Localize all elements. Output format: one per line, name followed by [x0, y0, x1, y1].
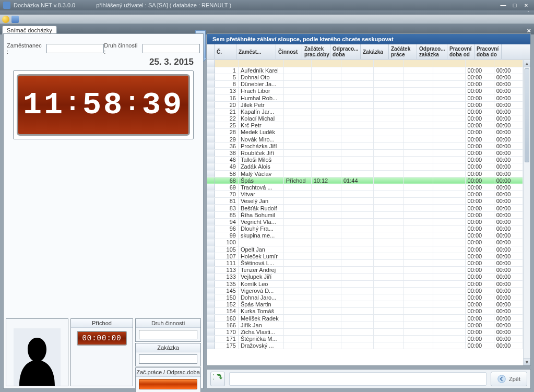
druh-cinnosti-field[interactable] [139, 330, 197, 339]
clock-display: 11:58:39 [13, 70, 194, 139]
grid-panel: Sem přetáhněte záhlaví sloupce, podle kt… [207, 33, 531, 366]
maximize-button[interactable]: □ [510, 2, 519, 9]
table-row[interactable]: 152Špás Martin00:0000:00 [207, 301, 523, 308]
table-row[interactable]: 145Vigerová D...00:0000:00 [207, 287, 523, 294]
clock-seconds: 39 [142, 87, 184, 123]
column-headers: Č. Zaměst... Činnost Začátek prac.doby O… [207, 44, 530, 60]
status-field [229, 372, 486, 386]
table-row[interactable]: 29Novák Miro...00:0000:00 [207, 136, 523, 142]
refresh-icon [213, 374, 222, 384]
table-row[interactable]: 68ŠpásPříchod10:1201:4400:0000:00 [207, 177, 523, 184]
toolbar-button-1[interactable] [2, 16, 9, 23]
employee-input[interactable] [46, 44, 104, 53]
table-row[interactable]: 21Kapalín Jar...00:0000:00 [207, 108, 523, 115]
col-worked-order[interactable]: Odpraco... zakázka [417, 44, 447, 59]
table-row[interactable]: 25Krč Petr00:0000:00 [207, 122, 523, 129]
col-work-start[interactable]: Začátek práce [389, 44, 417, 59]
col-employee[interactable]: Zaměst... [236, 44, 276, 59]
clock-hours: 11 [23, 87, 65, 123]
clock-minutes: 58 [82, 87, 124, 123]
user-info: přihlášený uživatel : SA [SA] ( databáze… [96, 2, 231, 8]
col-start-work[interactable]: Začátek prac.doby [302, 44, 330, 59]
table-row[interactable]: 107Holeček Lumír00:0000:00 [207, 253, 523, 259]
bottom-action-bar: Zpět [207, 369, 531, 389]
employee-photo [6, 318, 68, 386]
table-row[interactable]: 83Bešťák Rudolf00:0000:00 [207, 205, 523, 211]
col-number[interactable]: Č. [215, 44, 236, 59]
col-worked-time[interactable]: Odpraco... doba [330, 44, 361, 59]
zakazka-header: Zakázka [136, 343, 200, 352]
col-order[interactable]: Zakázka [361, 44, 389, 59]
table-row[interactable]: 171Štěpnička M...00:0000:00 [207, 336, 523, 342]
table-row[interactable]: 8Dünebier Ja...00:0000:00 [207, 81, 523, 88]
back-icon [497, 375, 506, 383]
minimize-button[interactable]: ― [499, 2, 508, 9]
app-title: Docházka.NET v.8.3.0.0 [14, 2, 75, 8]
left-panel: Zaměstnanec : Druh činnosti : 25. 3. 201… [3, 33, 204, 389]
table-row[interactable]: 135Komík Leo00:0000:00 [207, 280, 523, 287]
svg-point-1 [498, 375, 505, 383]
table-row[interactable]: 175Dražovský ...00:0000:00 [207, 342, 523, 349]
table-row[interactable]: 96Dlouhý Fra...00:0000:00 [207, 225, 523, 232]
table-row[interactable]: 20Jílek Petr00:0000:00 [207, 101, 523, 108]
table-row[interactable]: 10000:0000:00 [207, 239, 523, 246]
table-row[interactable]: 16Humhal Rob...00:0000:00 [207, 94, 523, 101]
prichod-value: 00:00:00 [77, 331, 127, 346]
table-row[interactable]: 1Auředník Karel00:0000:00 [207, 67, 523, 74]
table-row[interactable]: 5Dohnal Oto00:0000:00 [207, 74, 523, 80]
table-row[interactable]: 58Malý Václav00:0000:00 [207, 170, 523, 177]
back-label: Zpět [509, 376, 520, 382]
table-row[interactable]: 13Hrach Libor00:0000:00 [207, 88, 523, 94]
zac-prace-header: Zač.práce / Odprac.doba [136, 368, 200, 377]
scroll-up-arrow[interactable]: ▲ [524, 60, 530, 67]
titlebar: Docházka.NET v.8.3.0.0 přihlášený uživat… [0, 0, 534, 10]
table-row[interactable]: 99skupina me...00:0000:00 [207, 232, 523, 239]
table-row[interactable]: 46Talloši Miloš00:0000:00 [207, 157, 523, 163]
table-row[interactable]: 81Veselý Jan00:0000:00 [207, 198, 523, 205]
col-activity[interactable]: Činnost [276, 44, 302, 59]
current-date: 25. 3. 2015 [149, 57, 194, 67]
person-silhouette-icon [14, 328, 61, 386]
row-selector-header[interactable] [207, 44, 215, 59]
table-row[interactable]: 160Melíšek Radek00:0000:00 [207, 315, 523, 322]
table-row[interactable]: 49Zadák Alois00:0000:00 [207, 163, 523, 170]
table-row[interactable]: 94Vegricht Vla...00:0000:00 [207, 218, 523, 225]
filter-row[interactable] [207, 60, 523, 67]
zac-prace-bar [139, 379, 197, 389]
table-row[interactable]: 111Štětinová L...00:0000:00 [207, 259, 523, 266]
table-row[interactable]: 154Kurka Tomáš00:0000:00 [207, 308, 523, 315]
employee-label: Zaměstnanec : [7, 42, 44, 55]
table-row[interactable]: 105Opelt Jan00:0000:00 [207, 246, 523, 253]
ribbon-collapse[interactable]: ˄ [0, 10, 534, 15]
activity-input[interactable] [143, 44, 200, 53]
app-icon [3, 2, 10, 9]
toolbar [0, 15, 534, 24]
zakazka-field[interactable] [139, 354, 197, 364]
back-button[interactable]: Zpět [491, 372, 527, 386]
table-row[interactable]: 70Vitvar00:0000:00 [207, 191, 523, 198]
col-to[interactable]: Pracovní doba do [474, 44, 502, 59]
table-row[interactable]: 22Kolací Michal00:0000:00 [207, 115, 523, 122]
table-row[interactable]: 113Tenzer Andrej00:0000:00 [207, 267, 523, 274]
col-from[interactable]: Pracovní doba od [447, 44, 474, 59]
scroll-down-arrow[interactable]: ▼ [524, 358, 530, 365]
table-row[interactable]: 133Vejlupek Jiří00:0000:00 [207, 274, 523, 280]
prichod-header: Příchod [71, 319, 133, 328]
scroll-thumb[interactable] [525, 68, 529, 162]
table-row[interactable]: 36Procházka Jiří00:0000:00 [207, 142, 523, 149]
table-row[interactable]: 28Medek Luděk00:0000:00 [207, 129, 523, 136]
refresh-button[interactable] [210, 372, 225, 386]
group-by-hint[interactable]: Sem přetáhněte záhlaví sloupce, podle kt… [207, 34, 530, 44]
table-row[interactable]: 38Roubíček Jiří00:0000:00 [207, 149, 523, 156]
data-grid[interactable]: 1Auředník Karel00:0000:005Dohnal Oto00:0… [207, 60, 523, 349]
table-row[interactable]: 170Zicha Vlasti...00:0000:00 [207, 328, 523, 335]
table-row[interactable]: 85Říha Bohumil00:0000:00 [207, 211, 523, 218]
toolbar-button-2[interactable] [11, 16, 19, 23]
table-row[interactable]: 150Dohnal Jaro...00:0000:00 [207, 294, 523, 301]
activity-label: Druh činnosti : [104, 42, 140, 55]
table-row[interactable]: 69Trachtová ...00:0000:00 [207, 184, 523, 191]
vertical-scrollbar[interactable]: ▲ ▼ [523, 60, 530, 365]
close-button[interactable]: × [521, 2, 531, 9]
table-row[interactable]: 166Jiřík Jan00:0000:00 [207, 322, 523, 328]
druh-cinnosti-header: Druh činnosti [136, 319, 200, 328]
